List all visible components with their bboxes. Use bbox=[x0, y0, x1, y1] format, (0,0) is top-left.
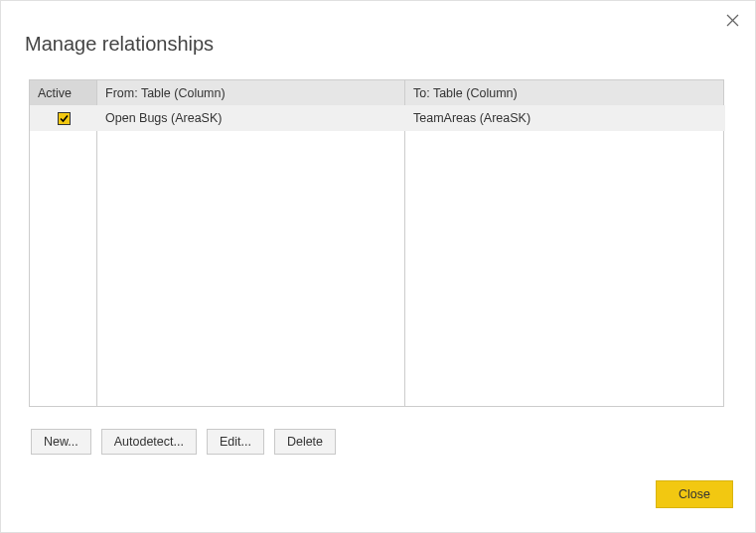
column-header-active[interactable]: Active bbox=[30, 80, 97, 106]
table-body-bg bbox=[30, 107, 723, 406]
action-buttons-row: New... Autodetect... Edit... Delete bbox=[31, 429, 336, 455]
edit-button[interactable]: Edit... bbox=[207, 429, 264, 455]
column-header-from[interactable]: From: Table (Column) bbox=[97, 80, 405, 106]
active-checkbox[interactable] bbox=[58, 112, 71, 125]
delete-button[interactable]: Delete bbox=[274, 429, 336, 455]
close-button[interactable]: Close bbox=[656, 480, 733, 508]
cell-active bbox=[30, 112, 97, 125]
cell-to: TeamAreas (AreaSK) bbox=[405, 111, 725, 125]
dialog-footer: Close bbox=[656, 480, 733, 508]
autodetect-button[interactable]: Autodetect... bbox=[101, 429, 197, 455]
new-button[interactable]: New... bbox=[31, 429, 91, 455]
dialog-title: Manage relationships bbox=[25, 33, 731, 56]
manage-relationships-dialog: Manage relationships Active From: Table … bbox=[0, 0, 756, 533]
column-header-to[interactable]: To: Table (Column) bbox=[405, 80, 723, 106]
table-header-row: Active From: Table (Column) To: Table (C… bbox=[30, 80, 723, 107]
table-row[interactable]: Open Bugs (AreaSK) TeamAreas (AreaSK) bbox=[30, 105, 725, 131]
close-icon[interactable] bbox=[723, 11, 741, 29]
cell-from: Open Bugs (AreaSK) bbox=[97, 111, 405, 125]
